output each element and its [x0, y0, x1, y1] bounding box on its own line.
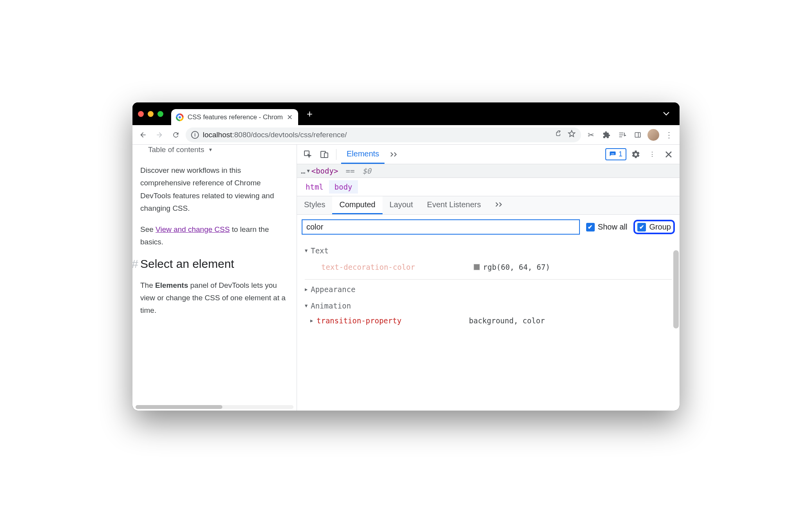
- color-swatch-icon[interactable]: [474, 264, 480, 270]
- group-animation-header[interactable]: ▼ Animation: [302, 298, 674, 314]
- menu-button[interactable]: ⋮: [662, 128, 676, 142]
- property-row[interactable]: text-decoration-color rgb(60, 64, 67): [315, 260, 672, 274]
- site-info-icon[interactable]: i: [191, 131, 199, 139]
- tab-event-listeners[interactable]: Event Listeners: [420, 196, 488, 214]
- titlebar: CSS features reference - Chrom ✕ +: [132, 102, 680, 125]
- close-devtools-button[interactable]: [662, 147, 676, 161]
- chevron-down-icon: ▼: [208, 147, 213, 152]
- bookmark-icon[interactable]: [568, 130, 576, 140]
- dom-selected-node[interactable]: … ▼ <body> == $0: [297, 164, 680, 178]
- close-tab-button[interactable]: ✕: [287, 113, 293, 122]
- tab-styles[interactable]: Styles: [297, 196, 332, 214]
- toolbar-actions: ✂ ⋮: [584, 128, 676, 142]
- inspect-element-icon[interactable]: [301, 147, 315, 161]
- settings-icon[interactable]: [629, 147, 643, 161]
- reload-button[interactable]: [169, 128, 182, 142]
- horizontal-scrollbar[interactable]: [136, 405, 293, 409]
- new-tab-button[interactable]: +: [303, 106, 317, 122]
- computed-properties-list: ▼ Text text-decoration-color rgb(60, 64,…: [297, 239, 680, 335]
- tab-layout[interactable]: Layout: [383, 196, 420, 214]
- page-content: Table of contents ▼ Discover new workflo…: [132, 145, 297, 411]
- tab-computed[interactable]: Computed: [332, 196, 382, 214]
- maximize-window-button[interactable]: [157, 111, 163, 117]
- vertical-scrollbar[interactable]: [673, 250, 679, 399]
- collapse-triangle-icon[interactable]: ▶: [310, 318, 317, 323]
- profile-avatar[interactable]: [647, 128, 660, 142]
- expand-triangle-icon: ▼: [305, 303, 308, 309]
- forward-button[interactable]: [153, 128, 166, 142]
- group-text-header[interactable]: ▼ Text: [302, 242, 674, 259]
- content-area: Table of contents ▼ Discover new workflo…: [132, 145, 680, 411]
- side-panel-icon[interactable]: [631, 128, 644, 142]
- share-icon[interactable]: [555, 130, 562, 140]
- extensions-icon[interactable]: [600, 128, 613, 142]
- reading-list-icon[interactable]: [615, 128, 629, 142]
- expand-triangle-icon: ▼: [305, 248, 308, 253]
- svg-rect-4: [324, 153, 328, 158]
- devtools-header: Elements 1 ⋮: [297, 145, 680, 164]
- issues-badge[interactable]: 1: [605, 148, 626, 160]
- collapse-triangle-icon: ▶: [305, 287, 308, 292]
- tabs-dropdown-button[interactable]: [658, 108, 674, 120]
- devtools-panel: Elements 1 ⋮: [297, 145, 680, 411]
- property-name: text-decoration-color: [321, 263, 474, 271]
- checkbox-checked-icon: ✔: [586, 223, 595, 231]
- styles-sub-tabs: Styles Computed Layout Event Listeners: [297, 196, 680, 215]
- more-sub-tabs-icon[interactable]: [488, 196, 510, 214]
- property-value: background, color: [469, 316, 545, 325]
- group-appearance-header[interactable]: ▶ Appearance: [302, 281, 674, 298]
- group-checkbox[interactable]: ✔ Group: [633, 220, 675, 234]
- property-row[interactable]: ▶ transition-property background, color: [302, 314, 674, 327]
- checkbox-checked-icon: ✔: [637, 223, 646, 231]
- crumb-html[interactable]: html: [300, 180, 329, 194]
- filter-input[interactable]: [302, 219, 580, 235]
- crumb-body[interactable]: body: [329, 180, 358, 194]
- kebab-menu-icon[interactable]: ⋮: [645, 147, 659, 161]
- browser-window: CSS features reference - Chrom ✕ + i loc…: [132, 102, 680, 411]
- scissors-icon[interactable]: ✂: [584, 128, 597, 142]
- table-of-contents-toggle[interactable]: Table of contents ▼: [140, 145, 289, 162]
- svg-rect-0: [635, 133, 640, 137]
- elements-tab[interactable]: Elements: [341, 145, 385, 164]
- close-window-button[interactable]: [138, 111, 144, 117]
- device-toggle-icon[interactable]: [317, 147, 331, 161]
- show-all-checkbox[interactable]: ✔ Show all: [586, 222, 628, 231]
- issues-count: 1: [619, 150, 622, 158]
- property-value: rgb(60, 64, 67): [474, 263, 550, 271]
- chrome-favicon-icon: [176, 113, 184, 121]
- dom-breadcrumb: html body: [297, 178, 680, 196]
- more-tabs-icon[interactable]: [387, 147, 401, 161]
- minimize-window-button[interactable]: [148, 111, 154, 117]
- back-button[interactable]: [136, 128, 150, 142]
- browser-tab[interactable]: CSS features reference - Chrom ✕: [171, 109, 298, 126]
- intro-paragraph: Discover new workflows in this comprehen…: [140, 164, 289, 215]
- browser-toolbar: i localhost:8080/docs/devtools/css/refer…: [132, 125, 680, 145]
- tab-title: CSS features reference - Chrom: [188, 113, 283, 121]
- window-controls: [138, 111, 163, 117]
- tab-strip: CSS features reference - Chrom ✕: [171, 102, 298, 125]
- see-paragraph: See View and change CSS to learn the bas…: [140, 223, 289, 249]
- address-bar[interactable]: i localhost:8080/docs/devtools/css/refer…: [186, 127, 581, 142]
- dom-dollar-ref: $0: [362, 167, 371, 175]
- url-text: localhost:8080/docs/devtools/css/referen…: [203, 131, 347, 139]
- elements-paragraph: The Elements panel of DevTools lets you …: [140, 279, 289, 317]
- toc-label: Table of contents: [148, 145, 204, 154]
- section-heading: #Select an element: [140, 257, 289, 271]
- property-name: transition-property: [317, 316, 469, 325]
- dom-tag: <body>: [311, 167, 338, 175]
- expand-triangle-icon[interactable]: ▼: [307, 168, 309, 174]
- anchor-hash-icon[interactable]: #: [132, 257, 138, 271]
- ellipsis-icon: …: [301, 167, 305, 175]
- computed-filter-row: ✔ Show all ✔ Group: [297, 215, 680, 239]
- view-change-css-link[interactable]: View and change CSS: [156, 225, 230, 233]
- omnibox-actions: [555, 130, 576, 140]
